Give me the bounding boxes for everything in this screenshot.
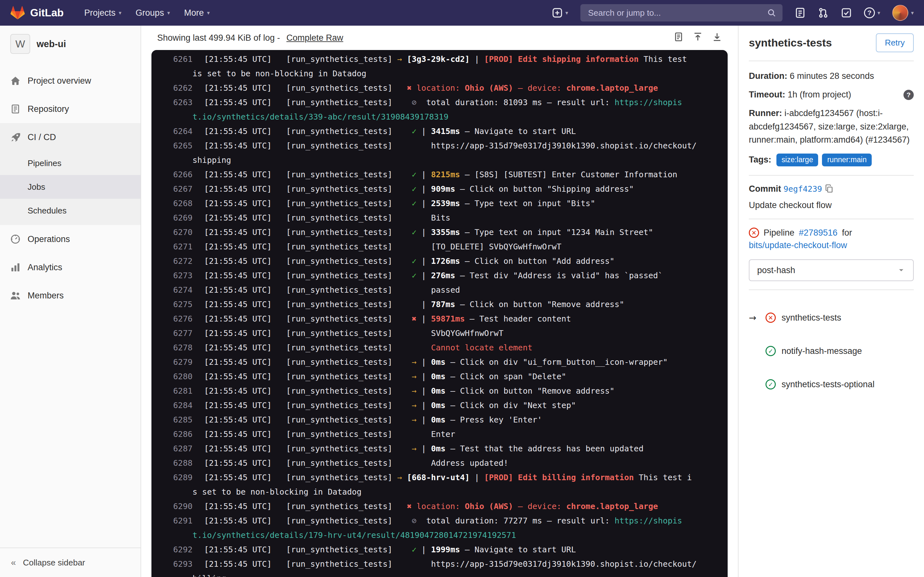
plus-square-icon <box>552 7 563 18</box>
complete-raw-link[interactable]: Complete Raw <box>286 33 343 43</box>
log-line-number[interactable]: 6273 <box>152 268 204 283</box>
gitlab-app: GitLab Projects▾Groups▾More▾ ▾ <box>0 0 924 577</box>
log-line-number[interactable]: 6284 <box>152 398 204 413</box>
project-switcher[interactable]: W web-ui <box>0 26 141 59</box>
log-line-number[interactable]: 6291 <box>152 514 204 528</box>
log-line-number[interactable]: 6264 <box>152 124 204 139</box>
gitlab-logo-link[interactable]: GitLab <box>10 6 64 20</box>
brand-wordmark: GitLab <box>30 7 64 19</box>
log-line: shipping <box>152 153 722 167</box>
log-line-number[interactable]: 6265 <box>152 139 204 153</box>
pipeline-job-synthetics-tests[interactable]: →✕synthetics-tests <box>749 301 914 334</box>
search-box[interactable] <box>580 4 782 21</box>
raw-file-button[interactable] <box>674 32 683 44</box>
log-line-content: [21:55:45 UTC] [run_synthetics_tests] Ca… <box>204 340 533 355</box>
collapse-sidebar-button[interactable]: « Collapse sidebar <box>0 548 141 577</box>
log-line-number[interactable]: 6288 <box>152 456 204 470</box>
log-line-number[interactable]: 6263 <box>152 95 204 110</box>
scroll-top-button[interactable] <box>693 32 703 44</box>
log-line-number[interactable]: 6280 <box>152 369 204 384</box>
nav-menu-groups[interactable]: Groups▾ <box>129 4 176 22</box>
chevron-down-icon: ▾ <box>207 10 210 16</box>
sidebar-item-members[interactable]: Members <box>0 282 141 309</box>
search-icon <box>767 8 776 17</box>
log-line-content: [21:55:45 UTC] [run_synthetics_tests] | … <box>204 297 624 311</box>
stage-dropdown[interactable]: post-hash <box>749 259 914 281</box>
user-menu-button[interactable]: ▾ <box>892 5 914 21</box>
log-line-content: [21:55:45 UTC] [run_synthetics_tests] pa… <box>204 283 460 297</box>
log-line-number[interactable]: 6268 <box>152 196 204 211</box>
log-line-number[interactable]: 6262 <box>152 81 204 95</box>
help-menu-button[interactable]: ? ▾ <box>864 7 880 18</box>
log-line: 6262[21:55:45 UTC] [run_synthetics_tests… <box>152 81 722 95</box>
log-line-number[interactable]: 6290 <box>152 499 204 514</box>
sidebar-item-jobs[interactable]: Jobs <box>0 175 141 199</box>
pipeline-ref-link[interactable]: bits/update-checkout-flow <box>749 240 847 250</box>
log-line-number[interactable]: 6270 <box>152 225 204 239</box>
log-line: 6263[21:55:45 UTC] [run_synthetics_tests… <box>152 95 722 110</box>
log-line-number[interactable]: 6286 <box>152 427 204 442</box>
log-line-number[interactable]: 6271 <box>152 239 204 254</box>
sidebar-item-analytics[interactable]: Analytics <box>0 253 141 282</box>
pipeline-job-synthetics-tests-optional[interactable]: ✓synthetics-tests-optional <box>749 367 914 401</box>
search-input[interactable] <box>587 7 767 19</box>
log-line-content: [21:55:45 UTC] [run_synthetics_tests] ⊘ … <box>204 514 682 528</box>
log-line-content: [21:55:45 UTC] [run_synthetics_tests] ✓ … <box>204 225 653 239</box>
scroll-bottom-button[interactable] <box>712 32 722 44</box>
log-line-number[interactable]: 6272 <box>152 254 204 268</box>
sidebar-item-ci-cd[interactable]: CI / CD <box>0 123 141 151</box>
log-line-number[interactable]: 6277 <box>152 326 204 340</box>
copy-commit-sha-icon[interactable] <box>825 184 834 193</box>
retry-button[interactable]: Retry <box>876 33 914 52</box>
log-line: 6284[21:55:45 UTC] [run_synthetics_tests… <box>152 398 722 413</box>
commit-sha-link[interactable]: 9egf4239 <box>783 184 822 193</box>
log-line-content: [21:55:45 UTC] [run_synthetics_tests] Ad… <box>204 456 508 470</box>
log-line-number[interactable]: 6289 <box>152 470 204 485</box>
nav-menu-more[interactable]: More▾ <box>178 4 216 22</box>
log-line-number[interactable]: 6292 <box>152 542 204 557</box>
sidebar-subnav: PipelinesJobsSchedules <box>0 151 141 225</box>
collapse-double-chevron-icon: « <box>11 558 16 568</box>
new-menu-button[interactable]: ▾ <box>552 7 568 18</box>
merge-requests-button[interactable] <box>818 7 829 18</box>
runner-label: Runner: <box>749 108 782 118</box>
sidebar-item-repository[interactable]: Repository <box>0 95 141 123</box>
job-name-title: synthetics-tests <box>749 37 832 49</box>
log-line-number[interactable]: 6274 <box>152 283 204 297</box>
sidebar-item-pipelines[interactable]: Pipelines <box>0 151 141 175</box>
log-line-number[interactable]: 6276 <box>152 311 204 326</box>
log-line: 6276[21:55:45 UTC] [run_synthetics_tests… <box>152 311 722 326</box>
log-line-number[interactable]: 6293 <box>152 557 204 571</box>
timeout-help-icon[interactable]: ? <box>903 90 914 100</box>
users-icon <box>10 290 21 301</box>
log-line-number[interactable]: 6281 <box>152 384 204 398</box>
log-line-number[interactable]: 6279 <box>152 355 204 369</box>
pipeline-link[interactable]: #2789516 <box>799 228 837 238</box>
sidebar-item-operations[interactable]: Operations <box>0 225 141 253</box>
log-line-number[interactable]: 6285 <box>152 413 204 427</box>
pipeline-job-notify-hash-message[interactable]: ✓notify-hash-message <box>749 334 914 367</box>
log-line-number[interactable]: 6266 <box>152 167 204 182</box>
log-line-number[interactable]: 6261 <box>152 52 204 66</box>
log-line: 6265[21:55:45 UTC] [run_synthetics_tests… <box>152 139 722 153</box>
log-line: 6273[21:55:45 UTC] [run_synthetics_tests… <box>152 268 722 283</box>
log-line: 6289[21:55:45 UTC] [run_synthetics_tests… <box>152 470 722 485</box>
log-line-content: [21:55:45 UTC] [run_synthetics_tests] → … <box>204 355 668 369</box>
raw-file-icon <box>674 32 683 44</box>
log-line-content: [21:55:45 UTC] [run_synthetics_tests] → … <box>204 384 614 398</box>
todos-button[interactable] <box>841 7 852 18</box>
gauge-icon <box>10 234 21 244</box>
sidebar-item-project-overview[interactable]: Project overview <box>0 67 141 95</box>
log-line-content: [21:55:45 UTC] [run_synthetics_tests] ⊘ … <box>204 95 682 110</box>
log-line-number[interactable]: 6278 <box>152 340 204 355</box>
log-line-number[interactable]: 6267 <box>152 182 204 196</box>
issues-button[interactable] <box>795 7 806 18</box>
nav-menu-projects[interactable]: Projects▾ <box>78 4 128 22</box>
log-line-number[interactable]: 6275 <box>152 297 204 311</box>
log-line-number[interactable]: 6287 <box>152 442 204 456</box>
log-line-number[interactable]: 6269 <box>152 211 204 225</box>
log-line: 6266[21:55:45 UTC] [run_synthetics_tests… <box>152 167 722 182</box>
log-line-content: [21:55:45 UTC] [run_synthetics_tests] → … <box>204 470 692 485</box>
sidebar-item-schedules[interactable]: Schedules <box>0 199 141 222</box>
log-line: 6264[21:55:45 UTC] [run_synthetics_tests… <box>152 124 722 139</box>
